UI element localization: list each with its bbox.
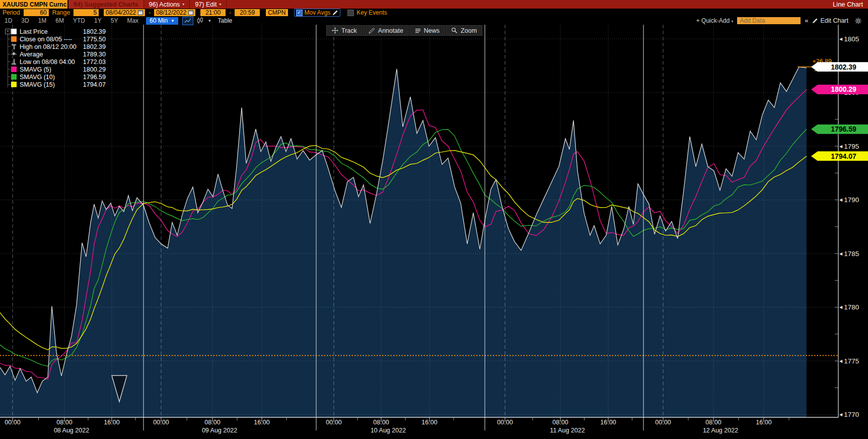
legend-value: 1800.29	[83, 66, 106, 73]
legend-tree-stub	[8, 39, 11, 39]
x-axis-time-label: 08:00	[49, 419, 80, 426]
y-axis-label: ◀1785	[839, 249, 868, 258]
table-button[interactable]: Table	[213, 17, 237, 24]
range-presets: 1D3D1M6MYTD1Y5YMax	[0, 17, 143, 24]
x-axis-date-label: 08 Aug 2022	[41, 427, 102, 434]
high-marker-icon	[11, 44, 17, 49]
range-preset-ytd[interactable]: YTD	[68, 17, 90, 24]
time-from-input[interactable]: 21:00	[200, 9, 226, 16]
track-button[interactable]: Track	[326, 25, 363, 36]
price-badge: 1794.07	[811, 151, 868, 161]
key-events-label: Key Events	[356, 9, 387, 16]
news-button[interactable]: News	[409, 25, 445, 36]
y-axis-label: ◀1770	[839, 411, 868, 419]
mov-avgs-toggle[interactable]: ✓ Mov Avgs	[294, 9, 341, 17]
legend-swatch	[11, 29, 17, 34]
x-axis-time-label: 08:00	[545, 419, 575, 426]
x-axis-time-label: 08:00	[366, 419, 396, 426]
legend-value: 1796.59	[83, 74, 106, 81]
tick-arrow-icon: ◀	[839, 252, 842, 256]
interval-dropdown[interactable]: 60 Min▼	[146, 17, 178, 25]
period-label: Period	[1, 9, 22, 16]
range-preset-1d[interactable]: 1D	[0, 17, 17, 24]
range-input[interactable]: 5	[74, 9, 99, 16]
edit-menu[interactable]: 97) Edit ▾	[190, 0, 227, 9]
legend-row[interactable]: SMAVG (15)1794.07	[5, 81, 106, 88]
legend-row[interactable]: +Last Price1802.39	[5, 28, 106, 35]
x-axis-time-label: 16:00	[414, 419, 445, 426]
range-preset-5y[interactable]: 5Y	[106, 17, 123, 24]
actions-menu[interactable]: 96) Actions ▾	[144, 0, 190, 9]
tick-arrow-icon: ◀	[839, 359, 842, 363]
x-axis-time-label: 16:00	[749, 419, 779, 426]
legend-tree-stub	[8, 46, 11, 47]
y-axis-label: ◀1780	[839, 303, 868, 311]
period-input[interactable]: 60	[24, 9, 49, 16]
tick-arrow-icon: ◀	[839, 412, 842, 417]
range-preset-6m[interactable]: 6M	[51, 17, 68, 24]
chevron-down-icon: ▾	[182, 2, 184, 7]
track-crosshair-icon	[332, 27, 338, 34]
candle-chart-type-button[interactable]	[195, 17, 205, 25]
x-axis-time-label: 00:00	[648, 419, 678, 426]
x-axis-time-label: 00:00	[319, 419, 349, 426]
x-axis-date-label: 09 Aug 2022	[189, 427, 250, 434]
edit-chart-button[interactable]: Edit Chart	[812, 17, 848, 24]
suggested-charts-button[interactable]: 94) Suggested Charts	[68, 0, 144, 9]
x-axis-date-label: 12 Aug 2022	[690, 427, 751, 434]
y-axis-label: ◀1790	[839, 196, 868, 204]
legend-row[interactable]: SMAVG (5)1800.29	[5, 66, 106, 73]
legend-label: SMAVG (15)	[20, 81, 55, 88]
range-preset-3d[interactable]: 3D	[17, 17, 33, 24]
legend-value: 1789.30	[83, 51, 106, 58]
date-to-input[interactable]: 08/12/2022	[154, 9, 195, 16]
price-badge: 1796.59	[811, 124, 868, 134]
chart-settings-bar: Period 60 Range 5 08/04/2022 - 08/12/202…	[0, 9, 868, 17]
time-to-input[interactable]: 20:59	[235, 9, 260, 16]
security-field[interactable]: XAUUSD CMPN Curnc	[0, 0, 68, 9]
chart-settings-button[interactable]	[853, 17, 863, 25]
more-chart-types-dropdown[interactable]: ▾	[207, 17, 212, 25]
calendar-icon	[138, 10, 143, 15]
legend-row[interactable]: Low on 08/08 04:001772.03	[5, 58, 106, 66]
source-button[interactable]: CMPN	[266, 9, 287, 16]
checkbox-checked-icon[interactable]: ✓	[296, 10, 303, 16]
legend-expander[interactable]: +	[5, 29, 11, 34]
range-preset-max[interactable]: Max	[122, 17, 143, 24]
chart-tools: Track Annotate News Zoom	[326, 25, 482, 36]
legend-label: Close on 08/05 ----	[20, 36, 72, 43]
add-data-input[interactable]: Add Data	[737, 17, 801, 24]
legend-row[interactable]: Close on 08/05 ----1775.50	[5, 35, 106, 43]
line-chart-type-button[interactable]	[182, 17, 193, 25]
legend-row[interactable]: Average1789.30	[5, 50, 106, 58]
price-badge: 1800.29	[811, 85, 868, 94]
time-separator: -	[228, 9, 233, 16]
range-preset-1y[interactable]: 1Y	[90, 17, 106, 24]
pencil-icon[interactable]	[332, 10, 338, 16]
date-from-input[interactable]: 08/04/2022	[104, 9, 145, 16]
zoom-button[interactable]: Zoom	[446, 25, 482, 36]
key-events-toggle[interactable]: Key Events	[347, 9, 387, 16]
legend-label: Low on 08/08 04:00	[20, 58, 75, 66]
bloomberg-terminal-screen: XAUUSD CMPN Curnc 94) Suggested Charts 9…	[0, 0, 868, 439]
legend-value: 1802.39	[83, 43, 106, 50]
avg-marker-icon	[11, 51, 17, 57]
legend-row[interactable]: High on 08/12 20:001802.39	[5, 43, 106, 50]
quick-add-button[interactable]: + Quick-Add ▾	[696, 17, 734, 24]
low-marker-icon	[11, 59, 17, 65]
magnifier-icon	[451, 27, 458, 34]
legend-label: Average	[20, 51, 43, 58]
x-axis-time-label: 00:00	[146, 419, 176, 426]
legend-swatch	[11, 74, 17, 80]
annotate-button[interactable]: Annotate	[363, 25, 409, 36]
collapse-panel-button[interactable]: «	[805, 17, 808, 24]
x-axis-time-label: 08:00	[197, 419, 228, 426]
x-axis-time-label: 00:00	[490, 419, 520, 426]
range-preset-1m[interactable]: 1M	[34, 17, 51, 24]
chart-plot[interactable]	[0, 25, 868, 439]
tick-arrow-icon: ◀	[839, 198, 842, 202]
legend-row[interactable]: SMAVG (10)1796.59	[5, 73, 106, 81]
checkbox-unchecked-icon[interactable]	[347, 10, 354, 16]
legend-tree-stub	[8, 69, 11, 70]
legend-tree-stub	[8, 54, 11, 54]
